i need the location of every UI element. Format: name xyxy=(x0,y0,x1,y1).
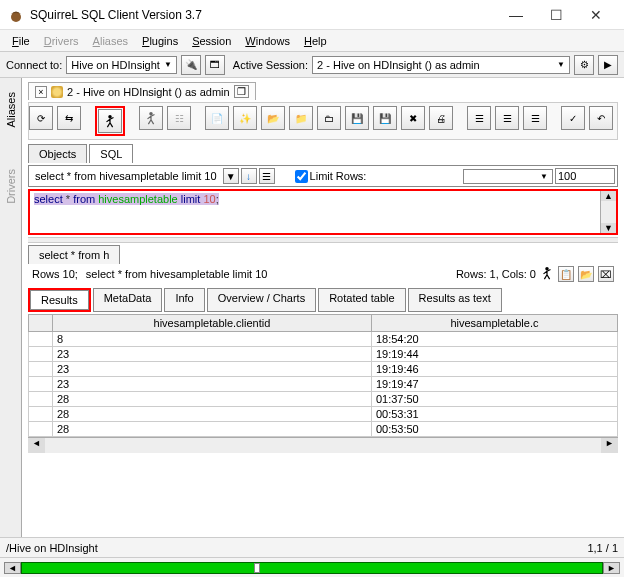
rows-count: Rows 10; xyxy=(32,268,78,280)
col-header-1[interactable]: hivesampletable.c xyxy=(371,315,617,332)
rows-cols: Rows: 1, Cols: 0 xyxy=(456,268,536,280)
table-row: 2319:19:44 xyxy=(29,347,618,362)
table-row: 818:54:20 xyxy=(29,332,618,347)
sql-editor[interactable]: select * from hivesampletable limit 10; xyxy=(30,191,600,233)
session-settings-icon[interactable]: ⚙ xyxy=(574,55,594,75)
limit-rows-combo[interactable]: ▼ xyxy=(463,169,553,184)
delete-icon[interactable]: ✖ xyxy=(401,106,425,130)
result-copy-icon[interactable]: 📋 xyxy=(558,266,574,282)
history-text: select * from hivesampletable limit 10 xyxy=(31,170,221,182)
progress-notch[interactable] xyxy=(254,563,260,573)
results-table: hivesampletable.clientid hivesampletable… xyxy=(28,314,618,437)
session-tab[interactable]: × 2 - Hive on HDInsight () as admin ❐ xyxy=(28,82,256,100)
menu-aliases[interactable]: Aliases xyxy=(87,33,134,49)
history-down-icon[interactable]: ↓ xyxy=(241,168,257,184)
history-dropdown-icon[interactable]: ▼ xyxy=(223,168,239,184)
svg-point-3 xyxy=(545,267,549,271)
folder-add-icon[interactable]: 📁 xyxy=(289,106,313,130)
maximize-button[interactable]: ☐ xyxy=(536,7,576,23)
sidetab-aliases[interactable]: Aliases xyxy=(3,86,19,133)
subtab-overview[interactable]: Overview / Charts xyxy=(207,288,316,312)
menu-session[interactable]: Session xyxy=(186,33,237,49)
svg-point-0 xyxy=(11,12,21,22)
result-close-icon[interactable]: ⌧ xyxy=(598,266,614,282)
close-button[interactable]: ✕ xyxy=(576,7,616,23)
subtab-rotated[interactable]: Rotated table xyxy=(318,288,405,312)
subtab-results[interactable]: Results xyxy=(30,290,89,310)
minimize-button[interactable]: — xyxy=(496,7,536,23)
subtab-info[interactable]: Info xyxy=(164,288,204,312)
active-session-combo[interactable]: 2 - Hive on HDInsight () as admin▼ xyxy=(312,56,570,74)
table-row: 2319:19:46 xyxy=(29,362,618,377)
scroll-right-icon[interactable]: ► xyxy=(603,562,620,574)
window-title: SQuirreL SQL Client Version 3.7 xyxy=(30,8,496,22)
editor-scrollbar[interactable]: ▲▼ xyxy=(600,191,616,233)
status-query: select * from hivesampletable limit 10 xyxy=(86,268,268,280)
save-as-icon[interactable]: 💾 xyxy=(373,106,397,130)
menu-plugins[interactable]: Plugins xyxy=(136,33,184,49)
app-icon xyxy=(8,7,24,23)
table-row: 2319:19:47 xyxy=(29,377,618,392)
connect-db-icon[interactable]: 🔌 xyxy=(181,55,201,75)
menu-help[interactable]: Help xyxy=(298,33,333,49)
new-icon[interactable]: 📄 xyxy=(205,106,229,130)
limit-rows-value[interactable] xyxy=(555,168,615,184)
run-all-icon[interactable] xyxy=(139,106,163,130)
path-text: /Hive on HDInsight xyxy=(6,542,98,554)
session-go-icon[interactable]: ▶ xyxy=(598,55,618,75)
table-row: 2801:37:50 xyxy=(29,392,618,407)
tab-objects[interactable]: Objects xyxy=(28,144,87,163)
active-session-label: Active Session: xyxy=(233,59,308,71)
open-icon[interactable]: 📂 xyxy=(261,106,285,130)
save-icon[interactable]: 💾 xyxy=(345,106,369,130)
result-tab[interactable]: select * from h xyxy=(28,245,120,264)
rollback-icon[interactable]: ↶ xyxy=(589,106,613,130)
commit-icon[interactable]: ✓ xyxy=(561,106,585,130)
svg-point-1 xyxy=(108,115,112,119)
connect-label: Connect to: xyxy=(6,59,62,71)
db-icon xyxy=(51,86,63,98)
session-tab-close-icon[interactable]: × xyxy=(35,86,47,98)
result-open-icon[interactable]: 📂 xyxy=(578,266,594,282)
sidetab-drivers[interactable]: Drivers xyxy=(3,163,19,210)
limit-rows-check[interactable] xyxy=(295,170,308,183)
print-icon[interactable]: 🖨 xyxy=(429,106,453,130)
connect-combo[interactable]: Hive on HDInsight▼ xyxy=(66,56,177,74)
tree-icon[interactable]: ☷ xyxy=(167,106,191,130)
menu-drivers[interactable]: Drivers xyxy=(38,33,85,49)
tab-sql[interactable]: SQL xyxy=(89,144,133,163)
table-row: 2800:53:50 xyxy=(29,422,618,437)
history-menu-icon[interactable]: ☰ xyxy=(259,168,275,184)
refresh-icon[interactable]: ⟳ xyxy=(29,106,53,130)
col-header-0[interactable]: hivesampletable.clientid xyxy=(53,315,372,332)
cursor-pos: 1,1 / 1 xyxy=(587,542,618,554)
row-header[interactable] xyxy=(29,315,53,332)
limit-rows-label: Limit Rows: xyxy=(310,170,367,182)
folder-icon[interactable]: 🗀 xyxy=(317,106,341,130)
menu-file[interactable]: File xyxy=(6,33,36,49)
magic-icon[interactable]: ✨ xyxy=(233,106,257,130)
connect-new-icon[interactable]: 🗔 xyxy=(205,55,225,75)
session-tab-label: 2 - Hive on HDInsight () as admin xyxy=(67,86,230,98)
run-sql-icon[interactable] xyxy=(98,109,122,133)
table-row: 2800:53:31 xyxy=(29,407,618,422)
list1-icon[interactable]: ☰ xyxy=(467,106,491,130)
svg-point-2 xyxy=(149,112,153,116)
list3-icon[interactable]: ☰ xyxy=(523,106,547,130)
subtab-astext[interactable]: Results as text xyxy=(408,288,502,312)
window-restore-icon[interactable]: ❐ xyxy=(234,85,249,98)
splitter[interactable] xyxy=(28,237,618,243)
menu-windows[interactable]: Windows xyxy=(239,33,296,49)
table-hscroll[interactable]: ◄► xyxy=(28,437,618,453)
subtab-metadata[interactable]: MetaData xyxy=(93,288,163,312)
list2-icon[interactable]: ☰ xyxy=(495,106,519,130)
rerun-icon[interactable] xyxy=(540,266,554,282)
scroll-left-icon[interactable]: ◄ xyxy=(4,562,21,574)
progress-track[interactable] xyxy=(21,562,603,574)
session-toolbar: ⟳ ⇆ ☷ 📄 ✨ 📂 📁 🗀 💾 💾 ✖ 🖨 ☰ ☰ ☰ ✓ xyxy=(28,102,618,140)
arrows-icon[interactable]: ⇆ xyxy=(57,106,81,130)
